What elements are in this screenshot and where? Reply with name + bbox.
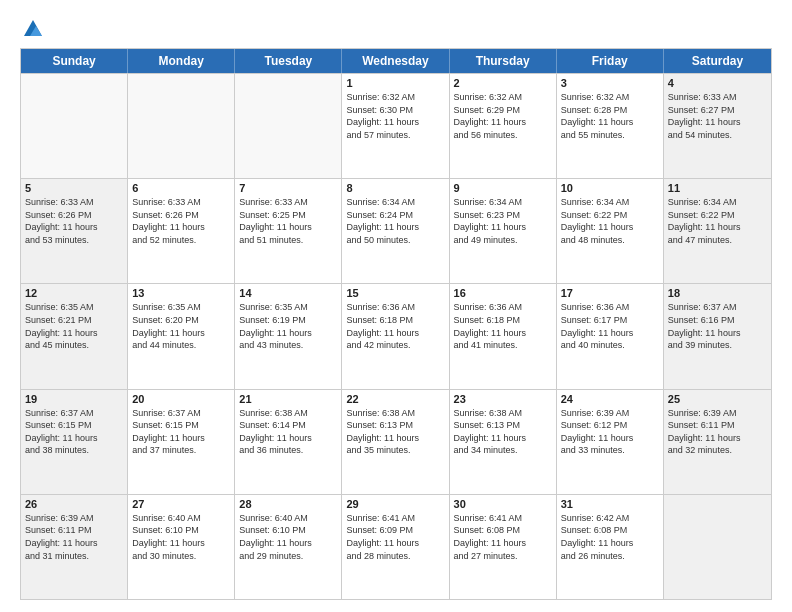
day-cell-23: 23Sunrise: 6:38 AM Sunset: 6:13 PM Dayli… (450, 390, 557, 494)
day-number-25: 25 (668, 393, 767, 405)
day-info-29: Sunrise: 6:41 AM Sunset: 6:09 PM Dayligh… (346, 512, 444, 562)
day-cell-21: 21Sunrise: 6:38 AM Sunset: 6:14 PM Dayli… (235, 390, 342, 494)
day-number-10: 10 (561, 182, 659, 194)
day-number-2: 2 (454, 77, 552, 89)
weekday-header-thursday: Thursday (450, 49, 557, 73)
weekday-header-tuesday: Tuesday (235, 49, 342, 73)
calendar-row-2: 12Sunrise: 6:35 AM Sunset: 6:21 PM Dayli… (21, 283, 771, 388)
day-info-5: Sunrise: 6:33 AM Sunset: 6:26 PM Dayligh… (25, 196, 123, 246)
day-cell-13: 13Sunrise: 6:35 AM Sunset: 6:20 PM Dayli… (128, 284, 235, 388)
weekday-header-wednesday: Wednesday (342, 49, 449, 73)
day-number-15: 15 (346, 287, 444, 299)
weekday-header-friday: Friday (557, 49, 664, 73)
day-cell-empty-0-1 (128, 74, 235, 178)
weekday-header-sunday: Sunday (21, 49, 128, 73)
day-cell-6: 6Sunrise: 6:33 AM Sunset: 6:26 PM Daylig… (128, 179, 235, 283)
weekday-header-saturday: Saturday (664, 49, 771, 73)
day-number-31: 31 (561, 498, 659, 510)
day-cell-14: 14Sunrise: 6:35 AM Sunset: 6:19 PM Dayli… (235, 284, 342, 388)
day-info-8: Sunrise: 6:34 AM Sunset: 6:24 PM Dayligh… (346, 196, 444, 246)
calendar: SundayMondayTuesdayWednesdayThursdayFrid… (20, 48, 772, 600)
day-number-12: 12 (25, 287, 123, 299)
day-number-17: 17 (561, 287, 659, 299)
day-number-27: 27 (132, 498, 230, 510)
day-number-5: 5 (25, 182, 123, 194)
day-cell-31: 31Sunrise: 6:42 AM Sunset: 6:08 PM Dayli… (557, 495, 664, 599)
day-cell-18: 18Sunrise: 6:37 AM Sunset: 6:16 PM Dayli… (664, 284, 771, 388)
day-number-20: 20 (132, 393, 230, 405)
day-cell-16: 16Sunrise: 6:36 AM Sunset: 6:18 PM Dayli… (450, 284, 557, 388)
day-number-14: 14 (239, 287, 337, 299)
logo (20, 18, 44, 38)
day-number-4: 4 (668, 77, 767, 89)
day-cell-27: 27Sunrise: 6:40 AM Sunset: 6:10 PM Dayli… (128, 495, 235, 599)
day-cell-28: 28Sunrise: 6:40 AM Sunset: 6:10 PM Dayli… (235, 495, 342, 599)
day-cell-30: 30Sunrise: 6:41 AM Sunset: 6:08 PM Dayli… (450, 495, 557, 599)
day-number-24: 24 (561, 393, 659, 405)
day-info-1: Sunrise: 6:32 AM Sunset: 6:30 PM Dayligh… (346, 91, 444, 141)
day-cell-empty-0-2 (235, 74, 342, 178)
day-info-7: Sunrise: 6:33 AM Sunset: 6:25 PM Dayligh… (239, 196, 337, 246)
day-info-26: Sunrise: 6:39 AM Sunset: 6:11 PM Dayligh… (25, 512, 123, 562)
day-info-17: Sunrise: 6:36 AM Sunset: 6:17 PM Dayligh… (561, 301, 659, 351)
day-number-13: 13 (132, 287, 230, 299)
day-cell-26: 26Sunrise: 6:39 AM Sunset: 6:11 PM Dayli… (21, 495, 128, 599)
day-info-4: Sunrise: 6:33 AM Sunset: 6:27 PM Dayligh… (668, 91, 767, 141)
day-info-31: Sunrise: 6:42 AM Sunset: 6:08 PM Dayligh… (561, 512, 659, 562)
day-info-30: Sunrise: 6:41 AM Sunset: 6:08 PM Dayligh… (454, 512, 552, 562)
day-number-11: 11 (668, 182, 767, 194)
calendar-row-1: 5Sunrise: 6:33 AM Sunset: 6:26 PM Daylig… (21, 178, 771, 283)
day-cell-24: 24Sunrise: 6:39 AM Sunset: 6:12 PM Dayli… (557, 390, 664, 494)
day-info-20: Sunrise: 6:37 AM Sunset: 6:15 PM Dayligh… (132, 407, 230, 457)
day-cell-20: 20Sunrise: 6:37 AM Sunset: 6:15 PM Dayli… (128, 390, 235, 494)
day-cell-9: 9Sunrise: 6:34 AM Sunset: 6:23 PM Daylig… (450, 179, 557, 283)
calendar-row-0: 1Sunrise: 6:32 AM Sunset: 6:30 PM Daylig… (21, 73, 771, 178)
day-cell-4: 4Sunrise: 6:33 AM Sunset: 6:27 PM Daylig… (664, 74, 771, 178)
day-info-11: Sunrise: 6:34 AM Sunset: 6:22 PM Dayligh… (668, 196, 767, 246)
day-info-16: Sunrise: 6:36 AM Sunset: 6:18 PM Dayligh… (454, 301, 552, 351)
page: SundayMondayTuesdayWednesdayThursdayFrid… (0, 0, 792, 612)
day-cell-25: 25Sunrise: 6:39 AM Sunset: 6:11 PM Dayli… (664, 390, 771, 494)
day-info-13: Sunrise: 6:35 AM Sunset: 6:20 PM Dayligh… (132, 301, 230, 351)
day-info-21: Sunrise: 6:38 AM Sunset: 6:14 PM Dayligh… (239, 407, 337, 457)
day-info-12: Sunrise: 6:35 AM Sunset: 6:21 PM Dayligh… (25, 301, 123, 351)
day-info-28: Sunrise: 6:40 AM Sunset: 6:10 PM Dayligh… (239, 512, 337, 562)
day-number-9: 9 (454, 182, 552, 194)
day-info-15: Sunrise: 6:36 AM Sunset: 6:18 PM Dayligh… (346, 301, 444, 351)
day-info-18: Sunrise: 6:37 AM Sunset: 6:16 PM Dayligh… (668, 301, 767, 351)
day-cell-19: 19Sunrise: 6:37 AM Sunset: 6:15 PM Dayli… (21, 390, 128, 494)
day-cell-8: 8Sunrise: 6:34 AM Sunset: 6:24 PM Daylig… (342, 179, 449, 283)
day-number-28: 28 (239, 498, 337, 510)
weekday-header-monday: Monday (128, 49, 235, 73)
day-number-7: 7 (239, 182, 337, 194)
day-number-29: 29 (346, 498, 444, 510)
day-number-30: 30 (454, 498, 552, 510)
day-number-1: 1 (346, 77, 444, 89)
day-cell-1: 1Sunrise: 6:32 AM Sunset: 6:30 PM Daylig… (342, 74, 449, 178)
day-number-22: 22 (346, 393, 444, 405)
day-info-19: Sunrise: 6:37 AM Sunset: 6:15 PM Dayligh… (25, 407, 123, 457)
day-cell-10: 10Sunrise: 6:34 AM Sunset: 6:22 PM Dayli… (557, 179, 664, 283)
day-cell-7: 7Sunrise: 6:33 AM Sunset: 6:25 PM Daylig… (235, 179, 342, 283)
logo-icon (22, 18, 44, 40)
day-info-10: Sunrise: 6:34 AM Sunset: 6:22 PM Dayligh… (561, 196, 659, 246)
day-number-21: 21 (239, 393, 337, 405)
calendar-row-3: 19Sunrise: 6:37 AM Sunset: 6:15 PM Dayli… (21, 389, 771, 494)
day-info-25: Sunrise: 6:39 AM Sunset: 6:11 PM Dayligh… (668, 407, 767, 457)
day-cell-2: 2Sunrise: 6:32 AM Sunset: 6:29 PM Daylig… (450, 74, 557, 178)
day-info-9: Sunrise: 6:34 AM Sunset: 6:23 PM Dayligh… (454, 196, 552, 246)
day-cell-29: 29Sunrise: 6:41 AM Sunset: 6:09 PM Dayli… (342, 495, 449, 599)
day-cell-15: 15Sunrise: 6:36 AM Sunset: 6:18 PM Dayli… (342, 284, 449, 388)
day-number-6: 6 (132, 182, 230, 194)
day-number-18: 18 (668, 287, 767, 299)
day-info-3: Sunrise: 6:32 AM Sunset: 6:28 PM Dayligh… (561, 91, 659, 141)
calendar-row-4: 26Sunrise: 6:39 AM Sunset: 6:11 PM Dayli… (21, 494, 771, 599)
day-number-26: 26 (25, 498, 123, 510)
day-cell-empty-4-6 (664, 495, 771, 599)
day-info-2: Sunrise: 6:32 AM Sunset: 6:29 PM Dayligh… (454, 91, 552, 141)
day-cell-17: 17Sunrise: 6:36 AM Sunset: 6:17 PM Dayli… (557, 284, 664, 388)
day-number-19: 19 (25, 393, 123, 405)
day-number-23: 23 (454, 393, 552, 405)
day-cell-22: 22Sunrise: 6:38 AM Sunset: 6:13 PM Dayli… (342, 390, 449, 494)
day-info-23: Sunrise: 6:38 AM Sunset: 6:13 PM Dayligh… (454, 407, 552, 457)
